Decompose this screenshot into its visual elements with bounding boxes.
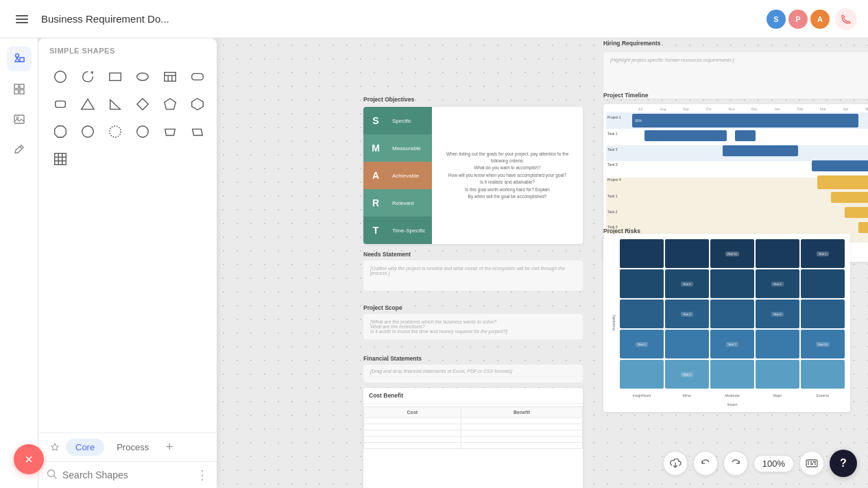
shape-hexagon[interactable] <box>186 93 208 115</box>
shape-cylinder[interactable] <box>132 121 154 143</box>
financial-label: Financial Statements <box>363 355 583 362</box>
redo-button[interactable] <box>723 451 748 476</box>
smart-goals-card: S Specific M Measurable A Achievable R R… <box>363 107 583 244</box>
shape-diamond[interactable] <box>132 93 154 115</box>
risk-cell: Risk 6 <box>756 300 799 328</box>
svg-point-28 <box>137 126 149 138</box>
menu-icon <box>16 13 28 25</box>
risk-card-inner: Risk 7 <box>726 342 738 347</box>
call-icon <box>841 14 852 25</box>
tab-add-button[interactable]: + <box>161 439 178 456</box>
risk-cell: Risk 7 <box>710 330 754 358</box>
smart-right-text: When listing out the goals for your proj… <box>437 151 577 201</box>
shape-arc[interactable] <box>77 66 99 88</box>
svg-rect-6 <box>20 84 24 88</box>
smart-label-t: Time-Specific <box>388 228 432 234</box>
smart-label-m: Measurable <box>388 145 432 151</box>
shape-circle-3[interactable] <box>104 121 126 143</box>
shape-triangle[interactable] <box>77 93 99 115</box>
cloud-save-button[interactable] <box>663 451 688 476</box>
more-options-button[interactable]: ⋮ <box>196 467 208 483</box>
risk-cell <box>710 269 754 298</box>
svg-rect-14 <box>165 73 176 82</box>
svg-rect-2 <box>16 22 28 23</box>
gantt-month: Feb <box>789 107 810 111</box>
gantt-row-label: Task 2 <box>607 210 617 214</box>
undo-button[interactable] <box>693 451 718 476</box>
image-icon <box>12 112 26 126</box>
tab-customize-icon[interactable] <box>47 439 63 456</box>
risk-cell <box>620 300 664 328</box>
sidebar-icon-draw[interactable] <box>7 137 32 162</box>
smart-letter-r: R <box>363 197 388 208</box>
risk-card-inner: Risk 2 <box>636 342 647 347</box>
risk-cell: Risk 9 <box>756 269 799 298</box>
tab-core[interactable]: Core <box>66 439 104 456</box>
svg-point-36 <box>48 470 55 477</box>
shape-octagon[interactable] <box>49 121 71 143</box>
shape-rectangle[interactable] <box>104 66 126 88</box>
gantt-bar <box>812 160 868 171</box>
shape-trapezoid[interactable] <box>159 121 181 143</box>
financial-section: Financial Statements [Drag and drop fina… <box>363 355 583 385</box>
svg-marker-29 <box>165 129 176 135</box>
tab-process[interactable]: Process <box>107 439 158 456</box>
svg-point-11 <box>55 71 67 83</box>
sidebar-icon-grid[interactable] <box>7 77 32 101</box>
gantt-month: Oct <box>698 107 719 111</box>
risk-card-inner: Risk 9 <box>771 282 783 286</box>
risk-x-axis-label: Impact <box>620 402 845 406</box>
risk-card-inner: Risk 1 <box>681 372 692 377</box>
shape-rounded-rect[interactable] <box>186 66 208 88</box>
gantt-bar <box>858 222 868 233</box>
shape-parallelogram[interactable] <box>186 121 208 143</box>
hiring-placeholder: [Highlight project-specific human resour… <box>610 58 868 62</box>
table-row <box>364 424 583 430</box>
svg-rect-40 <box>808 461 809 463</box>
help-button[interactable]: ? <box>830 450 857 477</box>
search-shapes-input[interactable] <box>62 469 191 480</box>
scope-label: Project Scope <box>363 304 583 311</box>
gantt-month: Sep <box>675 107 697 111</box>
svg-rect-9 <box>14 115 24 123</box>
svg-rect-18 <box>192 73 204 80</box>
svg-rect-7 <box>14 90 19 94</box>
avatar-a: A <box>810 10 830 29</box>
sidebar-icon-shapes[interactable] <box>7 47 32 71</box>
gantt-month: Nov <box>721 107 742 111</box>
keyboard-shortcut-button[interactable] <box>799 451 824 476</box>
scope-section: Project Scope [What are the problems whi… <box>363 304 583 345</box>
sidebar-icon-image[interactable] <box>7 107 32 132</box>
zoom-level: 100% <box>754 455 794 472</box>
shapes-grid <box>38 58 217 178</box>
gantt-row-label: Task 3 <box>607 162 617 167</box>
smart-label-r: Relevant <box>388 200 432 206</box>
gantt-row-label: Task 1 <box>607 132 617 136</box>
menu-button[interactable] <box>11 8 33 30</box>
smart-label-a: Achievable <box>388 173 432 179</box>
undo-icon <box>700 458 711 469</box>
shape-table[interactable] <box>159 66 181 88</box>
shape-circle-2[interactable] <box>77 121 99 143</box>
gantt-row-label: Project 1 <box>607 115 621 119</box>
shape-pentagon[interactable] <box>159 93 181 115</box>
risk-matrix: Probability Risk 11 Risk 5 <box>603 234 850 412</box>
svg-point-13 <box>137 73 149 81</box>
call-button[interactable] <box>835 8 857 30</box>
shape-ellipse[interactable] <box>132 66 154 88</box>
risk-cell <box>801 269 845 298</box>
risk-card-inner: Risk 11 <box>725 252 738 256</box>
shape-circle[interactable] <box>49 66 71 88</box>
risk-cell <box>801 300 845 328</box>
shape-right-triangle[interactable] <box>104 93 126 115</box>
smart-left-column: S Specific M Measurable A Achievable R R… <box>363 107 432 244</box>
shape-soft-rounded[interactable] <box>49 93 71 115</box>
gantt-bar <box>817 175 868 189</box>
gantt-header: Jul Aug Sep Oct Nov Dec Jan Feb Mar Apr … <box>606 107 868 111</box>
svg-rect-19 <box>56 101 66 107</box>
fab-close-button[interactable]: × <box>14 444 44 474</box>
objectives-label: Project Objectives <box>363 96 414 103</box>
shape-grid[interactable] <box>49 148 71 170</box>
svg-rect-0 <box>16 15 28 16</box>
risk-cell <box>756 330 799 358</box>
